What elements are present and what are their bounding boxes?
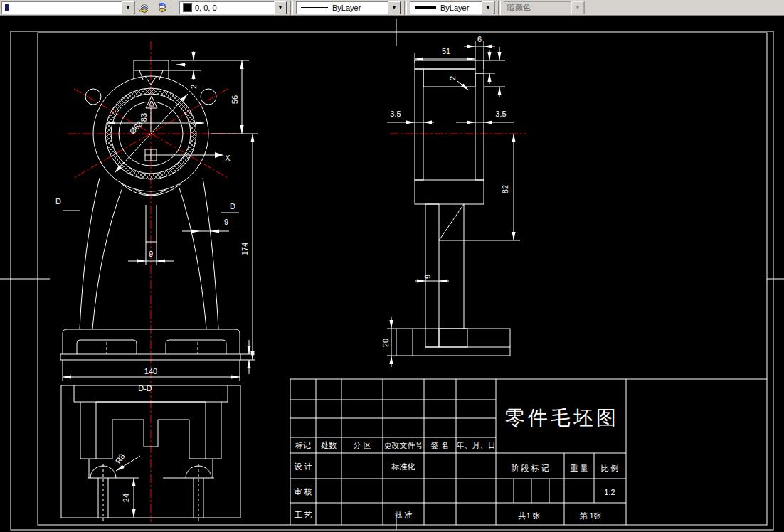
tb-header-count: 处数: [321, 441, 337, 449]
tb-approve: 批 准: [394, 511, 412, 519]
layer-previous-icon: [156, 2, 169, 14]
dim-web-9: 9: [149, 250, 153, 258]
section-label-d-left: D: [55, 197, 61, 206]
side-view-dimensions: 51 6 2 3.5 3.5: [381, 35, 514, 367]
linetype-combo[interactable]: ByLayer ▼: [296, 1, 401, 14]
linetype-dropdown-arrow-icon[interactable]: ▼: [388, 1, 401, 14]
drawing-title: 零件毛坯图: [505, 407, 619, 429]
side-section-view: [396, 60, 520, 356]
dim-r8: R8: [114, 452, 127, 465]
color-value: 0, 0, 0: [195, 4, 274, 12]
linetype-value: ByLayer: [332, 4, 388, 12]
tb-header-mark: 标记: [295, 441, 311, 449]
linetype-sample-icon: [301, 7, 328, 8]
lineweight-combo[interactable]: ByLayer ▼: [410, 1, 495, 14]
plot-style-combo: 随颜色 ▼: [504, 1, 585, 14]
layer-dropdown-arrow-icon[interactable]: ▼: [122, 1, 134, 14]
tb-sheet-number: 第 1张: [579, 511, 601, 520]
tb-standardization: 标准化: [391, 462, 415, 471]
dim-2: 2: [189, 85, 198, 89]
color-dropdown-arrow-icon[interactable]: ▼: [274, 1, 287, 14]
toolbar-separator: [404, 1, 407, 15]
lineweight-sample-icon: [415, 6, 436, 9]
layer-combo[interactable]: ▼: [1, 1, 135, 14]
color-swatch: [183, 3, 192, 12]
centerlines: [68, 41, 526, 522]
dim-24: 24: [122, 494, 130, 502]
dim-20: 20: [381, 339, 390, 347]
tb-header-change-file-no: 更改文件号: [384, 441, 423, 449]
dim-83: 83: [139, 113, 148, 122]
tb-scale: 比 例: [600, 464, 618, 472]
layer-previous-button[interactable]: [153, 1, 171, 15]
layers-arrow-icon: [138, 2, 151, 14]
properties-toolbar: ▼ 0, 0, 0 ▼ ByLaye: [0, 0, 784, 16]
tb-scale-value: 1:2: [604, 488, 615, 496]
tb-audit: 审 核: [294, 487, 312, 496]
dim-rib-9: 9: [423, 275, 432, 279]
dim-35-left: 3.5: [390, 110, 401, 118]
dim-174: 174: [240, 243, 249, 255]
tb-header-zone: 分 区: [353, 441, 371, 449]
make-object-layer-current-button[interactable]: [135, 1, 153, 15]
lineweight-dropdown-arrow-icon[interactable]: ▼: [482, 1, 494, 14]
tb-stage-mark: 阶 段 标 记: [511, 464, 549, 472]
tb-weight: 重 量: [570, 464, 588, 472]
dim-140: 140: [144, 367, 157, 376]
toolbar-separator: [174, 1, 176, 15]
color-combo[interactable]: 0, 0, 0 ▼: [179, 1, 287, 14]
dim-51: 51: [442, 47, 450, 55]
tb-header-signature: 签 名: [430, 441, 448, 449]
dim-leg-9: 9: [224, 218, 228, 226]
tb-sheets-total: 共1 张: [517, 511, 540, 520]
dim-82: 82: [501, 185, 509, 193]
toolbar-separator: [498, 1, 501, 15]
layer-state-icon: [5, 4, 9, 11]
tb-header-date: 年、月、日: [456, 441, 496, 449]
toolbar-separator: [290, 1, 293, 15]
tb-process: 工 艺: [294, 511, 312, 519]
dim-side-2: 2: [448, 76, 457, 80]
axis-arrow-icon: [215, 152, 223, 158]
tb-design: 设 计: [294, 462, 312, 471]
title-block: 标记 处数 分 区 更改文件号 签 名 年、月、日 设 计 标准化 审 核 工 …: [290, 379, 767, 525]
drawing-canvas[interactable]: 56 174 2 83 Ø68: [0, 16, 784, 532]
lineweight-value: ByLayer: [440, 4, 482, 12]
label-x: X: [225, 154, 231, 162]
plot-style-dropdown-arrow-icon: ▼: [571, 1, 584, 14]
section-label-d-right: D: [230, 202, 235, 211]
cad-application-window: ▼ 0, 0, 0 ▼ ByLaye: [0, 0, 784, 532]
dim-6: 6: [477, 35, 482, 43]
dim-56: 56: [231, 95, 239, 104]
plot-style-value: 随颜色: [507, 2, 571, 13]
dim-35-right: 3.5: [495, 110, 506, 118]
